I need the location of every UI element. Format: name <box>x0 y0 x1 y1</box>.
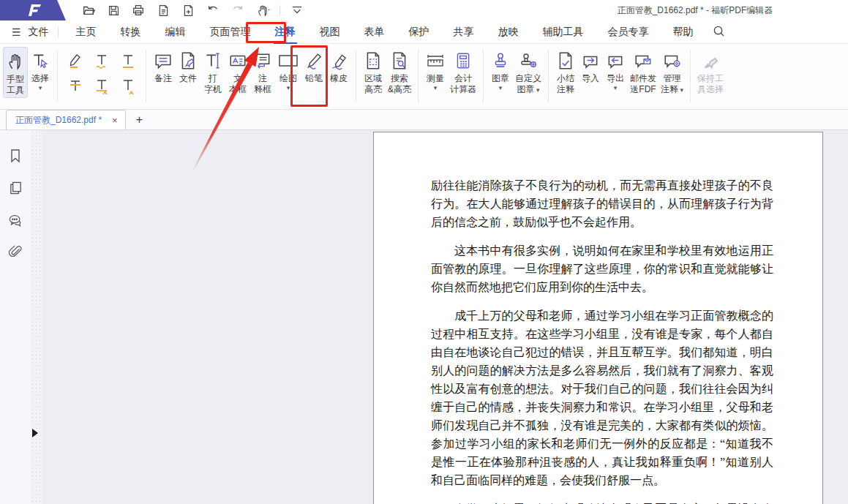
manage-gear-bubble-icon <box>663 50 682 72</box>
chevron-down-icon: ▾ <box>499 85 503 91</box>
custom-stamp-button[interactable]: 自定义 图章 ▾ <box>513 47 544 97</box>
menu-accessibility[interactable]: 辅助工具 <box>540 20 587 44</box>
chevron-down-icon: ▾ <box>287 85 290 91</box>
select-tool-button[interactable]: 选择 ▾ <box>28 47 53 93</box>
file-attachment-button[interactable]: 文件 <box>176 47 200 86</box>
search-icon[interactable] <box>713 25 725 40</box>
ribbon-divider <box>418 50 419 102</box>
panel-splitter[interactable] <box>31 130 42 504</box>
bookmarks-panel-icon[interactable] <box>7 148 23 164</box>
replace-text-tool-icon[interactable] <box>91 75 113 97</box>
measure-button[interactable]: 测量 ▾ <box>423 47 448 93</box>
customize-toolbar-icon[interactable] <box>289 2 305 18</box>
export-comments-button[interactable]: 导出 ▾ <box>603 47 628 93</box>
keep-tool-selected-button: 保持工 具选择 <box>695 47 726 97</box>
custom-stamp-icon <box>518 50 539 72</box>
custom-stamp-label: 自定义 图章 ▾ <box>515 73 541 95</box>
search-highlight-button[interactable]: 搜索 &高亮 <box>386 47 413 97</box>
calculator-button[interactable]: 会计 计算器 <box>448 47 479 97</box>
close-tab-icon[interactable]: × <box>112 115 118 126</box>
redo-icon[interactable] <box>230 2 246 18</box>
ruler-icon <box>425 50 446 72</box>
menu-home[interactable]: 主页 <box>73 20 100 44</box>
typewriter-label: 打 字机 <box>204 73 222 95</box>
pencil-label: 铅笔 <box>305 73 323 84</box>
note-bubble-icon <box>154 50 173 72</box>
callout-button[interactable]: 注 释框 <box>250 47 275 97</box>
manage-comments-button[interactable]: 管理 注释 ▾ <box>658 47 686 97</box>
underline-tool-icon[interactable] <box>117 50 139 72</box>
ribbon-divider <box>57 50 58 102</box>
file-pin-icon <box>179 50 198 72</box>
calculator-label: 会计 计算器 <box>450 73 476 95</box>
area-highlight-icon <box>364 50 383 72</box>
pencil-button[interactable]: 铅笔 <box>301 47 326 86</box>
menu-help[interactable]: 帮助 <box>670 20 697 44</box>
area-highlight-label: 区域 高亮 <box>364 73 382 95</box>
select-label: 选择 <box>31 73 49 84</box>
note-button[interactable]: 备注 <box>151 47 176 86</box>
menu-form[interactable]: 表单 <box>361 20 388 44</box>
active-document-tab[interactable]: 正面管教_D1662.pdf * × <box>6 110 126 129</box>
textbox-button[interactable]: 文 本框 <box>225 47 250 97</box>
callout-label: 注 释框 <box>254 73 271 95</box>
panel-expand-handle[interactable] <box>32 429 38 437</box>
strikeout-tool-icon[interactable] <box>64 75 86 97</box>
pushpin-icon <box>701 50 720 72</box>
eraser-button[interactable]: 橡皮 <box>326 47 351 86</box>
new-page-icon[interactable] <box>180 2 196 18</box>
menu-member[interactable]: 会员专享 <box>605 20 652 44</box>
typewriter-button[interactable]: 打 字机 <box>200 47 225 97</box>
stamp-icon <box>491 50 510 72</box>
attachments-panel-icon[interactable] <box>7 244 23 260</box>
menu-tabs: 主页 转换 编辑 页面管理 注释 视图 表单 保护 共享 放映 辅助工具 会员专… <box>73 20 697 44</box>
menu-convert[interactable]: 转换 <box>118 20 144 44</box>
squiggly-underline-tool-icon[interactable] <box>91 50 113 72</box>
manage-comments-label: 管理 注释 ▾ <box>661 73 683 95</box>
print-icon[interactable] <box>130 2 146 18</box>
document-tab-label: 正面管教_D1662.pdf * <box>15 114 102 127</box>
menu-comment[interactable]: 注释 <box>272 20 299 44</box>
pages-panel-icon[interactable] <box>7 180 23 196</box>
hand-select-dropdown-icon[interactable] <box>255 2 271 18</box>
menu-page-manage[interactable]: 页面管理 <box>207 20 254 44</box>
save-icon[interactable] <box>105 2 121 18</box>
area-highlight-button[interactable]: 区域 高亮 <box>361 47 386 97</box>
import-bubble-icon <box>581 50 600 72</box>
summary-comments-button[interactable]: 小结 注释 <box>553 47 578 97</box>
eraser-icon <box>329 50 348 72</box>
hamburger-icon[interactable]: ☰ <box>12 26 21 38</box>
chevron-down-icon: ▾ <box>434 85 438 91</box>
menu-edit[interactable]: 编辑 <box>162 20 189 44</box>
menu-protect[interactable]: 保护 <box>406 20 432 44</box>
email-fdf-button[interactable]: 邮件发 送FDF <box>628 47 658 97</box>
page-copy-icon[interactable] <box>155 2 171 18</box>
text-markup-group <box>62 48 141 98</box>
insert-text-tool-icon[interactable] <box>117 75 139 97</box>
paragraph: 成千上万的父母和老师，通过学习小组在学习正面管教概念的过程中相互支持。在这些学习… <box>431 306 773 489</box>
pdf-page: 励往往能消除孩子不良行为的动机，而无需再直接处理孩子的不良行为。在大人能够通过理… <box>373 132 823 504</box>
textbox-icon <box>228 50 247 72</box>
menu-view[interactable]: 视图 <box>317 20 343 44</box>
import-comments-label: 导入 <box>582 73 599 84</box>
stamp-button[interactable]: 图章 ▾ <box>488 47 513 93</box>
import-comments-button[interactable]: 导入 <box>578 47 603 86</box>
drawing-button[interactable]: 绘图 ▾ <box>275 47 301 93</box>
comments-panel-icon[interactable] <box>7 212 23 228</box>
hand-tool-button[interactable]: 手型 工具 <box>3 47 28 98</box>
menu-share[interactable]: 共享 <box>451 20 477 44</box>
ribbon-divider <box>356 50 356 102</box>
undo-icon[interactable] <box>205 2 221 18</box>
menu-bar: ☰ 文件 主页 转换 编辑 页面管理 注释 视图 表单 保护 共享 放映 辅助工… <box>0 20 848 44</box>
open-icon[interactable] <box>80 2 97 18</box>
measure-label: 测量 <box>427 73 444 84</box>
menu-file[interactable]: 文件 <box>26 20 52 44</box>
highlight-tool-icon[interactable] <box>64 50 86 72</box>
menu-separator <box>58 27 59 37</box>
textbox-label: 文 本框 <box>229 73 247 95</box>
menu-present[interactable]: 放映 <box>495 20 522 44</box>
new-tab-icon[interactable]: + <box>136 113 143 127</box>
rectangle-shape-icon <box>277 50 299 72</box>
email-fdf-label: 邮件发 送FDF <box>630 73 656 95</box>
summary-comments-label: 小结 注释 <box>557 73 574 95</box>
